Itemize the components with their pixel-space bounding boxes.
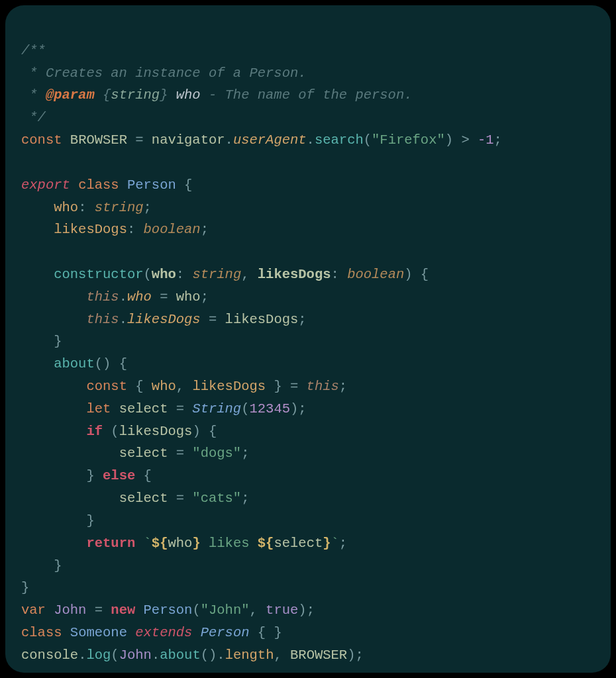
keyword-const: const [21,132,62,148]
keyword-return: return [86,536,135,551]
semicolon: ; [355,648,363,663]
space [103,424,111,439]
string: "Firefox" [372,132,445,148]
operator: = [201,312,225,327]
jsdoc-type: string [111,87,160,103]
type: boolean [144,222,201,237]
brace: } [21,580,29,595]
semicolon: ; [298,401,306,416]
method: search [315,132,364,148]
space [135,536,143,551]
builtin: String [192,401,241,416]
identifier: select [119,446,168,461]
paren: ( [111,648,119,663]
keyword-export: export [21,177,70,193]
string: "John" [201,603,250,618]
dot: . [225,132,233,148]
parens: () [201,648,217,663]
template-delim: ${ [152,536,168,551]
indent [21,200,54,215]
string: "cats" [192,491,241,506]
paren: ) [192,424,200,439]
semicolon: ; [241,491,249,506]
indent [21,446,119,461]
method: log [86,648,111,663]
indent [21,222,54,237]
code-content[interactable]: /** * Creates an instance of a Person. *… [21,40,595,667]
indent [21,334,54,349]
space [135,603,143,618]
keyword-let: let [86,401,111,416]
identifier: John [119,648,152,663]
keyword-class: class [21,625,62,640]
backtick: ` [144,536,152,551]
template-text: likes [201,536,258,551]
brace: { [95,87,111,103]
identifier: navigator [152,132,225,148]
boolean: true [266,603,298,618]
operator: > [453,132,478,148]
comment-prefix: * [21,66,46,81]
jsdoc-desc: - The name of the person. [201,87,413,103]
comment-close: */ [21,110,46,125]
brace: } [266,379,282,394]
dot: . [119,289,127,305]
comma: , [241,267,258,282]
keyword-var: var [21,603,46,618]
identifier: John [54,603,86,618]
indent [21,267,54,282]
property: likesDogs [54,222,127,237]
brace: } [54,334,62,349]
space [62,132,70,148]
keyword-extends: extends [135,625,192,640]
semicolon: ; [339,536,347,551]
dot: . [152,648,160,663]
brace: } [160,87,176,103]
colon: : [176,267,193,282]
colon: : [331,267,348,282]
paren: ( [192,603,200,618]
dot: . [217,648,225,663]
semicolon: ; [201,222,209,237]
space [192,625,200,640]
semicolon: ; [307,603,315,618]
brace: } [54,558,62,573]
template-delim: ${ [258,536,274,551]
dot: . [78,648,86,663]
string: "dogs" [192,446,241,461]
paren: ) [347,648,355,663]
operator: = [168,401,192,416]
braces: { } [250,625,282,640]
jsdoc-param-tag: @param [46,87,95,103]
semicolon: ; [241,446,249,461]
operator: = [168,446,192,461]
brace: { [176,177,193,193]
brace: { [201,424,217,439]
paren: ( [241,401,249,416]
comma: , [176,379,193,394]
property: likesDogs [127,312,201,327]
operator: = [127,132,152,148]
indent [21,379,86,394]
code-editor-panel: /** * Creates an instance of a Person. *… [5,5,611,673]
colon: : [78,200,95,215]
paren: ) [298,603,306,618]
method-name: about [54,356,95,371]
identifier: BROWSER [290,648,347,663]
type: string [95,200,144,215]
param: who [152,267,176,282]
keyword-new: new [111,603,135,618]
this: this [86,289,119,305]
brace: { [135,468,152,483]
indent [21,356,54,371]
space [119,177,127,193]
class-name: Person [127,177,176,193]
property: who [127,289,152,305]
paren: ( [144,267,152,282]
class-name: Person [144,603,193,618]
class-name: Someone [70,625,127,640]
identifier: select [119,491,168,506]
identifier: BROWSER [70,132,127,148]
brace: } [86,468,94,483]
paren: ) [404,267,412,282]
